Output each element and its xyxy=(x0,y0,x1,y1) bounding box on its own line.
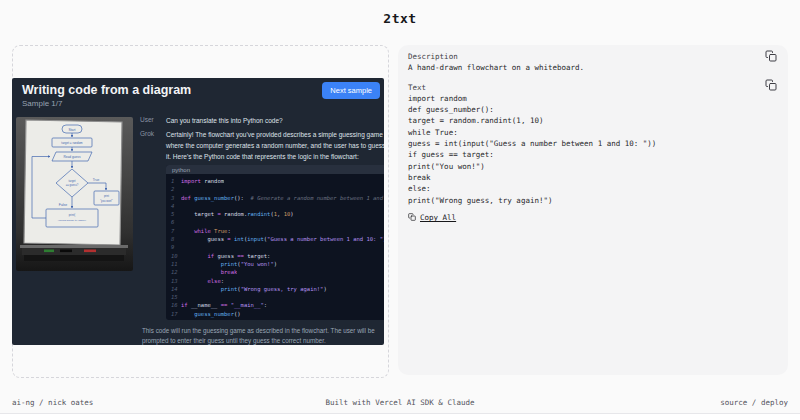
code-line: 14 print("Wrong guess, try again!") xyxy=(166,285,384,293)
extracted-text-line: def guess_number(): xyxy=(408,104,778,115)
svg-text:Start: Start xyxy=(68,128,75,132)
copy-description-button[interactable] xyxy=(763,50,778,65)
copy-icon xyxy=(765,50,777,65)
code-line: 15 xyxy=(166,293,384,301)
line-number: 5 xyxy=(166,210,181,218)
extracted-text-line: while True: xyxy=(408,127,778,138)
line-number: 17 xyxy=(166,310,181,318)
bottom-divider xyxy=(0,413,800,420)
footer: ai-ng / nick oates Built with Vercel AI … xyxy=(12,398,788,410)
chat-row: GrokCertainly! The flowchart you've prov… xyxy=(140,129,384,162)
line-number: 1 xyxy=(166,177,181,185)
text-heading: Text xyxy=(408,82,778,93)
code-line: 11 print("You won!") xyxy=(166,260,384,268)
line-number: 8 xyxy=(166,235,181,243)
chat-role-label: User xyxy=(140,115,161,126)
svg-text:"Wrong guess, try again"): "Wrong guess, try again") xyxy=(58,219,86,222)
whiteboard-photo: Start target = random Read guess target … xyxy=(16,117,133,271)
extracted-text-line: else: xyxy=(408,183,778,194)
line-content: else: xyxy=(181,277,224,285)
whiteboard-flowchart-image: Start target = random Read guess target … xyxy=(16,117,133,271)
viewer-code-block: python 1import random23def guess_number(… xyxy=(166,165,384,320)
code-line: 16if __name__ == "__main__": xyxy=(166,301,384,309)
code-line: 2 xyxy=(166,185,384,193)
line-content: break xyxy=(181,268,237,276)
copy-text-button[interactable] xyxy=(763,79,778,94)
svg-text:print(: print( xyxy=(69,213,75,217)
chat-transcript: UserCan you translate this into Python c… xyxy=(140,115,384,345)
svg-text:Read guess: Read guess xyxy=(63,155,80,159)
svg-text:target: target xyxy=(69,179,76,183)
line-number: 9 xyxy=(166,243,181,251)
line-number: 10 xyxy=(166,252,181,260)
assistant-summary: This code will run the guessing game as … xyxy=(142,326,382,345)
line-content: if __name__ == "__main__": xyxy=(181,301,267,309)
line-content: target = random.randint(1, 10) xyxy=(181,210,294,218)
code-line: 17 guess_number() xyxy=(166,310,384,318)
description-heading: Description xyxy=(408,51,778,62)
line-number: 7 xyxy=(166,227,181,235)
line-number: 13 xyxy=(166,277,181,285)
line-content: guess_number() xyxy=(181,310,241,318)
line-number: 15 xyxy=(166,293,181,301)
line-number: 12 xyxy=(166,268,181,276)
chat-row: UserCan you translate this into Python c… xyxy=(140,115,384,126)
chat-role-label: Grok xyxy=(140,129,161,162)
line-number: 2 xyxy=(166,185,181,193)
line-content: print("You won!") xyxy=(181,260,277,268)
code-line: 13 else: xyxy=(166,277,384,285)
sample-title: Writing code from a diagram xyxy=(22,83,191,97)
copy-all-button[interactable]: Copy All xyxy=(408,213,456,223)
output-panel: Description A hand-drawn flowchart on a … xyxy=(398,45,788,375)
sample-viewer: Writing code from a diagram Sample 1/7 N… xyxy=(12,78,384,345)
code-lines: 1import random23def guess_number(): # Ge… xyxy=(166,174,384,320)
code-line: 6 xyxy=(166,218,384,226)
line-number: 6 xyxy=(166,218,181,226)
code-line: 3def guess_number(): # Generate a random… xyxy=(166,194,384,202)
copy-icon xyxy=(408,213,416,223)
copy-all-label: Copy All xyxy=(420,213,456,222)
line-content: import random xyxy=(181,177,224,185)
line-content: guess = int(input("Guess a number betwee… xyxy=(181,235,384,243)
svg-text:== guess?: == guess? xyxy=(66,183,79,187)
extracted-text-line: import random xyxy=(408,93,778,104)
code-line: 1import random xyxy=(166,177,384,185)
extracted-text-line: print("You won!") xyxy=(408,161,778,172)
line-number: 14 xyxy=(166,285,181,293)
extracted-text-line: break xyxy=(408,172,778,183)
line-content: while True: xyxy=(181,227,231,235)
app-root: 2txt Writing code from a diagram Sample … xyxy=(0,0,800,420)
sample-counter: Sample 1/7 xyxy=(22,99,62,108)
code-line: 10 if guess == target: xyxy=(166,252,384,260)
extracted-text-line: target = random.randint(1, 10) xyxy=(408,115,778,126)
line-content: def guess_number(): # Generate a random … xyxy=(181,194,384,202)
copy-icon xyxy=(765,79,777,94)
code-language-label: python xyxy=(166,165,384,174)
svg-text:print: print xyxy=(104,194,109,198)
line-number: 4 xyxy=(166,202,181,210)
svg-text:False: False xyxy=(59,203,67,207)
extracted-text-line: if guess == target: xyxy=(408,149,778,160)
extracted-text: import randomdef guess_number():target =… xyxy=(408,93,778,206)
footer-source-deploy-links[interactable]: source / deploy xyxy=(720,398,788,407)
extracted-text-line: print("Wrong guess, try again!") xyxy=(408,195,778,206)
next-sample-button[interactable]: Next sample xyxy=(322,82,380,99)
chat-rows: UserCan you translate this into Python c… xyxy=(140,115,384,162)
line-content: print("Wrong guess, try again!") xyxy=(181,285,327,293)
svg-text:True: True xyxy=(93,178,100,182)
code-line: 8 guess = int(input("Guess a number betw… xyxy=(166,235,384,243)
svg-text:"you won!": "you won!" xyxy=(100,199,113,203)
extracted-text-line: guess = int(input("Guess a number betwee… xyxy=(408,138,778,149)
chat-message: Certainly! The flowchart you've provided… xyxy=(166,129,384,162)
footer-built-with: Built with Vercel AI SDK & Claude xyxy=(12,398,788,407)
code-line: 9 xyxy=(166,243,384,251)
code-line: 12 break xyxy=(166,268,384,276)
code-line: 5 target = random.randint(1, 10) xyxy=(166,210,384,218)
line-number: 16 xyxy=(166,301,181,309)
code-line: 4 xyxy=(166,202,384,210)
chat-message: Can you translate this into Python code? xyxy=(166,115,384,126)
description-text: A hand-drawn flowchart on a whiteboard. xyxy=(408,62,778,73)
line-content: if guess == target: xyxy=(181,252,270,260)
line-number: 3 xyxy=(166,194,181,202)
code-line: 7 while True: xyxy=(166,227,384,235)
